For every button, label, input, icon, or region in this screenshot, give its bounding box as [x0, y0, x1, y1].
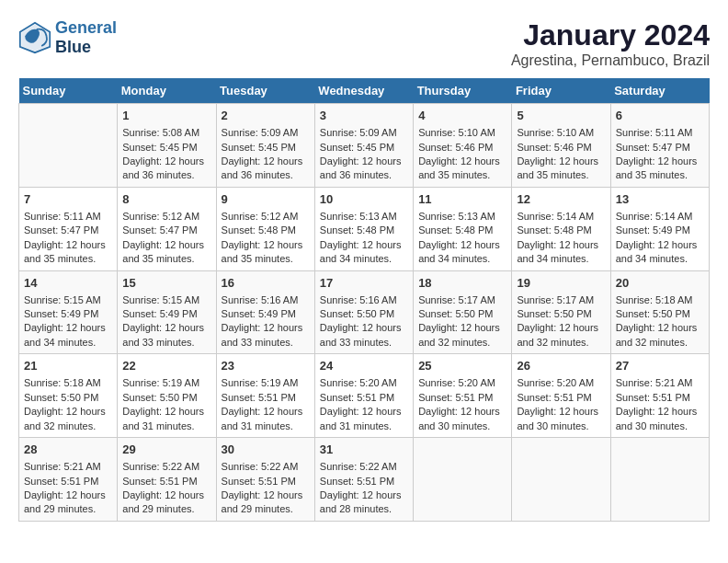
- day-number: 29: [122, 442, 210, 458]
- calendar-week-row: 28Sunrise: 5:21 AMSunset: 5:51 PMDayligh…: [19, 438, 710, 522]
- title-area: January 2024 Agrestina, Pernambuco, Braz…: [511, 18, 710, 69]
- sunrise-text: Sunrise: 5:13 AM: [418, 210, 506, 224]
- day-number: 10: [320, 191, 408, 208]
- sunset-text: Sunset: 5:51 PM: [320, 475, 408, 488]
- sunrise-text: Sunrise: 5:19 AM: [222, 376, 310, 390]
- sunrise-text: Sunrise: 5:11 AM: [616, 126, 704, 140]
- sunrise-text: Sunrise: 5:17 AM: [418, 293, 506, 307]
- day-number: 5: [517, 108, 605, 124]
- daylight-text: Daylight: 12 hours and 28 minutes.: [320, 488, 408, 517]
- sunrise-text: Sunrise: 5:16 AM: [222, 293, 310, 307]
- sunset-text: Sunset: 5:46 PM: [517, 141, 605, 155]
- sunrise-text: Sunrise: 5:15 AM: [24, 293, 112, 307]
- sunrise-text: Sunrise: 5:09 AM: [320, 126, 408, 140]
- day-number: 19: [517, 275, 605, 292]
- calendar-cell: 23Sunrise: 5:19 AMSunset: 5:51 PMDayligh…: [216, 354, 314, 438]
- calendar-cell: 7Sunrise: 5:11 AMSunset: 5:47 PMDaylight…: [19, 187, 118, 270]
- day-number: 7: [24, 191, 112, 208]
- sunset-text: Sunset: 5:46 PM: [418, 141, 506, 155]
- calendar-cell: 19Sunrise: 5:17 AMSunset: 5:50 PMDayligh…: [512, 270, 610, 354]
- calendar-cell: 17Sunrise: 5:16 AMSunset: 5:50 PMDayligh…: [314, 270, 413, 354]
- day-number: 23: [222, 358, 310, 374]
- sunrise-text: Sunrise: 5:19 AM: [122, 376, 210, 390]
- sunrise-text: Sunrise: 5:10 AM: [517, 126, 605, 140]
- calendar-cell: 28Sunrise: 5:21 AMSunset: 5:51 PMDayligh…: [19, 438, 118, 522]
- sunset-text: Sunset: 5:45 PM: [320, 141, 408, 155]
- daylight-text: Daylight: 12 hours and 34 minutes.: [320, 238, 408, 267]
- calendar-cell: 22Sunrise: 5:19 AMSunset: 5:50 PMDayligh…: [118, 354, 216, 438]
- calendar-cell: 8Sunrise: 5:12 AMSunset: 5:47 PMDaylight…: [118, 187, 216, 270]
- header-saturday: Saturday: [610, 78, 709, 104]
- day-number: 30: [222, 442, 310, 458]
- sunset-text: Sunset: 5:51 PM: [222, 391, 310, 405]
- daylight-text: Daylight: 12 hours and 32 minutes.: [418, 321, 506, 350]
- sunrise-text: Sunrise: 5:14 AM: [517, 210, 605, 224]
- calendar-cell: 20Sunrise: 5:18 AMSunset: 5:50 PMDayligh…: [610, 270, 709, 354]
- daylight-text: Daylight: 12 hours and 34 minutes.: [24, 321, 112, 350]
- daylight-text: Daylight: 12 hours and 35 minutes.: [122, 238, 210, 267]
- header-wednesday: Wednesday: [314, 78, 413, 104]
- sunset-text: Sunset: 5:50 PM: [418, 307, 506, 321]
- sunset-text: Sunset: 5:47 PM: [616, 141, 704, 155]
- calendar-cell: 4Sunrise: 5:10 AMSunset: 5:46 PMDaylight…: [414, 104, 512, 188]
- sunrise-text: Sunrise: 5:18 AM: [616, 293, 704, 307]
- sunset-text: Sunset: 5:49 PM: [222, 307, 310, 321]
- header: General Blue January 2024 Agrestina, Per…: [18, 18, 710, 69]
- calendar-cell: 31Sunrise: 5:22 AMSunset: 5:51 PMDayligh…: [314, 438, 413, 522]
- calendar-cell: 15Sunrise: 5:15 AMSunset: 5:49 PMDayligh…: [118, 270, 216, 354]
- day-number: 24: [320, 358, 408, 374]
- day-number: 12: [517, 191, 605, 208]
- calendar-week-row: 14Sunrise: 5:15 AMSunset: 5:49 PMDayligh…: [19, 270, 710, 354]
- logo-text: General Blue: [55, 18, 117, 57]
- calendar-cell: 25Sunrise: 5:20 AMSunset: 5:51 PMDayligh…: [414, 354, 512, 438]
- calendar-cell: [512, 438, 610, 522]
- sunset-text: Sunset: 5:48 PM: [517, 224, 605, 237]
- calendar-body: 1Sunrise: 5:08 AMSunset: 5:45 PMDaylight…: [19, 104, 710, 522]
- daylight-text: Daylight: 12 hours and 32 minutes.: [616, 321, 704, 350]
- day-number: 21: [24, 358, 112, 374]
- daylight-text: Daylight: 12 hours and 30 minutes.: [517, 405, 605, 433]
- calendar-cell: [414, 438, 512, 522]
- daylight-text: Daylight: 12 hours and 35 minutes.: [222, 238, 310, 267]
- sunset-text: Sunset: 5:50 PM: [122, 391, 210, 405]
- sunset-text: Sunset: 5:49 PM: [24, 307, 112, 321]
- day-number: 31: [320, 442, 408, 458]
- calendar-cell: 10Sunrise: 5:13 AMSunset: 5:48 PMDayligh…: [314, 187, 413, 270]
- location: Agrestina, Pernambuco, Brazil: [511, 52, 710, 69]
- calendar-cell: 2Sunrise: 5:09 AMSunset: 5:45 PMDaylight…: [216, 104, 314, 188]
- day-number: 11: [418, 191, 506, 208]
- calendar-week-row: 7Sunrise: 5:11 AMSunset: 5:47 PMDaylight…: [19, 187, 710, 270]
- calendar-cell: 16Sunrise: 5:16 AMSunset: 5:49 PMDayligh…: [216, 270, 314, 354]
- logo: General Blue: [18, 18, 117, 57]
- daylight-text: Daylight: 12 hours and 36 minutes.: [320, 155, 408, 183]
- sunrise-text: Sunrise: 5:21 AM: [616, 376, 704, 390]
- sunrise-text: Sunrise: 5:15 AM: [122, 293, 210, 307]
- calendar-cell: 24Sunrise: 5:20 AMSunset: 5:51 PMDayligh…: [314, 354, 413, 438]
- calendar-cell: 29Sunrise: 5:22 AMSunset: 5:51 PMDayligh…: [118, 438, 216, 522]
- sunrise-text: Sunrise: 5:17 AM: [517, 293, 605, 307]
- sunset-text: Sunset: 5:49 PM: [122, 307, 210, 321]
- sunrise-text: Sunrise: 5:20 AM: [418, 376, 506, 390]
- daylight-text: Daylight: 12 hours and 31 minutes.: [222, 405, 310, 433]
- calendar-cell: 11Sunrise: 5:13 AMSunset: 5:48 PMDayligh…: [414, 187, 512, 270]
- day-number: 14: [24, 275, 112, 292]
- day-number: 8: [122, 191, 210, 208]
- daylight-text: Daylight: 12 hours and 31 minutes.: [122, 405, 210, 433]
- sunrise-text: Sunrise: 5:20 AM: [320, 376, 408, 390]
- day-number: 18: [418, 275, 506, 292]
- calendar-cell: [19, 104, 118, 188]
- sunrise-text: Sunrise: 5:14 AM: [616, 210, 704, 224]
- day-number: 20: [616, 275, 704, 292]
- daylight-text: Daylight: 12 hours and 34 minutes.: [616, 238, 704, 267]
- month-year: January 2024: [511, 18, 710, 52]
- sunset-text: Sunset: 5:48 PM: [222, 224, 310, 237]
- daylight-text: Daylight: 12 hours and 33 minutes.: [222, 321, 310, 350]
- sunset-text: Sunset: 5:51 PM: [24, 475, 112, 488]
- day-number: 1: [122, 108, 210, 124]
- daylight-text: Daylight: 12 hours and 29 minutes.: [122, 488, 210, 517]
- sunrise-text: Sunrise: 5:13 AM: [320, 210, 408, 224]
- daylight-text: Daylight: 12 hours and 33 minutes.: [320, 321, 408, 350]
- sunrise-text: Sunrise: 5:21 AM: [24, 460, 112, 474]
- daylight-text: Daylight: 12 hours and 35 minutes.: [517, 155, 605, 183]
- calendar-cell: 9Sunrise: 5:12 AMSunset: 5:48 PMDaylight…: [216, 187, 314, 270]
